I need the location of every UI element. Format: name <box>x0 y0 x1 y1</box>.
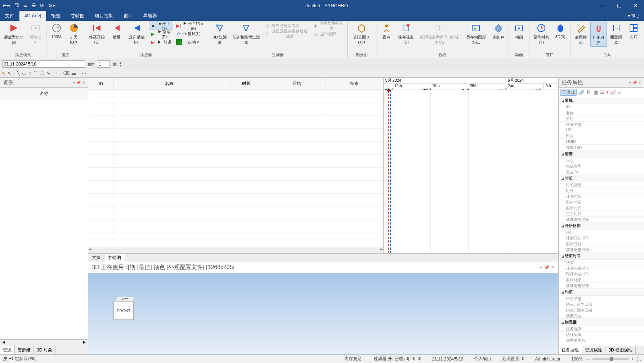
table-row[interactable] <box>88 122 383 129</box>
section-plane-button[interactable]: 剖分面 X (X)▾ <box>350 22 374 45</box>
col-start[interactable]: 开始 <box>268 78 326 90</box>
datetime-input[interactable] <box>2 60 85 68</box>
tab-support[interactable]: 支持 <box>88 254 104 262</box>
prop-item[interactable]: 外部 UID <box>559 145 644 150</box>
prop-item[interactable]: 任务规则 <box>559 326 644 332</box>
props-dropdown-icon[interactable]: ▾ <box>629 81 631 85</box>
prop-group[interactable]: 常规 <box>559 97 644 104</box>
arc-tool-icon[interactable]: ⌒ <box>33 70 38 77</box>
table-row[interactable] <box>88 116 383 122</box>
prop-item[interactable]: 日历 <box>559 116 644 122</box>
task-table-hscroll[interactable]: ◄► <box>88 247 383 253</box>
props-tab-grid-icon[interactable]: ▦ <box>594 90 598 95</box>
3d-filter-button[interactable]: 3D 过滤器 <box>210 22 229 46</box>
print-icon[interactable]: 🖶 <box>31 3 36 8</box>
prop-group[interactable]: 开始日期 <box>559 222 644 230</box>
prop-item[interactable]: GUID <box>559 139 644 145</box>
panel-close-icon[interactable]: ✕ <box>82 81 85 85</box>
prop-item[interactable]: 预期完成 <box>559 313 644 319</box>
auto-button[interactable]: ⬚⬚ 自动 ▾ <box>175 38 206 46</box>
props-close-icon[interactable]: ✕ <box>638 81 641 85</box>
props-tab-chart-icon[interactable]: 📈 <box>610 90 616 95</box>
panel-dropdown-icon[interactable]: ▾ <box>73 81 75 85</box>
tab-4d-review[interactable]: 4D 审阅 <box>19 11 46 21</box>
props-tab-db-icon[interactable]: 🗄 <box>587 90 591 95</box>
table-row[interactable] <box>88 109 383 116</box>
prop-item[interactable]: 计划开始时间 <box>559 235 644 241</box>
stop-button[interactable]: ■■ 停止(T) <box>149 22 173 30</box>
prop-item[interactable]: 时长类型 <box>559 182 644 188</box>
tab-resource-group[interactable]: 资源组 <box>15 346 34 354</box>
props-tab-list-icon[interactable]: ☰ <box>600 90 604 95</box>
table-row[interactable] <box>88 96 383 103</box>
pencil-icon[interactable]: ✎ <box>1 71 5 76</box>
measure-button[interactable]: 测量距离 <box>608 22 624 46</box>
prop-item[interactable]: 计划完成时间 <box>559 266 644 271</box>
refresh-icon[interactable]: ⟳ <box>40 3 44 8</box>
tab-report[interactable]: 报告 <box>46 11 66 21</box>
table-row[interactable] <box>88 135 383 142</box>
zoom-plus-icon[interactable]: + <box>631 357 634 362</box>
3d-dropdown-icon[interactable]: ▾ <box>540 265 542 270</box>
to-end-button[interactable]: ▶|▶ 移至结束(F) <box>175 22 206 30</box>
tab-resource-props[interactable]: 资源属性 <box>582 346 605 354</box>
back-button[interactable]: 后退 <box>109 22 125 41</box>
more-icon[interactable]: ⋯ <box>82 71 86 76</box>
focus-time-button[interactable]: 聚焦时间(T) <box>532 22 551 45</box>
prop-item[interactable]: 任务类型 <box>559 122 644 127</box>
open-icon[interactable]: 🗁▾ <box>3 3 10 8</box>
to-start-button[interactable]: 移至开始(S) <box>86 22 108 45</box>
viewpoint-button[interactable]: 视点 <box>379 22 394 41</box>
save-as-image-button[interactable]: 另存为图形(S)... <box>462 22 489 45</box>
resources-list[interactable] <box>0 100 88 339</box>
layout-button[interactable]: 布局 <box>626 22 641 41</box>
apply-viewpoint-button[interactable]: 应用视点到所有 3D 视图(A) <box>418 22 461 46</box>
table-row[interactable] <box>88 129 383 135</box>
calendar2-icon[interactable]: ▦ <box>113 62 117 67</box>
maximize-button[interactable]: ▢ <box>611 0 627 11</box>
table-row[interactable] <box>88 142 383 148</box>
curve-tool-icon[interactable]: ∿ <box>46 71 50 76</box>
zoom-slider[interactable] <box>592 358 629 360</box>
gantt-chart-body[interactable] <box>384 90 558 253</box>
paint-icon[interactable]: ▬ <box>72 71 76 76</box>
forward-button[interactable]: ▶|▶| 前进 <box>149 38 173 46</box>
prop-item[interactable]: 完成类型 <box>559 163 644 169</box>
prop-item[interactable]: 时长 <box>559 188 644 194</box>
table-row[interactable] <box>88 226 383 232</box>
erase-icon[interactable]: ⌫ <box>63 71 70 76</box>
prop-item[interactable]: 实际时长 <box>559 205 644 211</box>
panel-pin-icon[interactable]: 📌 <box>76 81 81 85</box>
prop-item[interactable]: 约束: 最早日期 <box>559 301 644 307</box>
table-row[interactable] <box>88 181 383 187</box>
prop-item[interactable]: 名称 <box>559 110 644 116</box>
prop-item[interactable]: 约束: 最晚日期 <box>559 307 644 313</box>
prop-item[interactable]: 基准进度时长 <box>559 217 644 222</box>
prop-group[interactable]: 进度 <box>559 150 644 158</box>
table-row[interactable] <box>88 239 383 245</box>
spinner-icon[interactable]: ▴▾ <box>120 61 121 67</box>
spline-tool-icon[interactable]: 〰 <box>53 71 57 76</box>
tab-resource[interactable]: 资源 <box>0 346 15 354</box>
tab-project-control[interactable]: 项目控制 <box>90 11 118 21</box>
props-tab-link-icon[interactable]: 🔗 <box>579 90 585 95</box>
table-row[interactable] <box>88 161 383 168</box>
col-id[interactable]: ID <box>88 78 113 90</box>
3d-viewport[interactable]: TOP FRONT <box>88 273 558 354</box>
prop-group[interactable]: 约束 <box>559 289 644 296</box>
prop-group[interactable]: 结束时间 <box>559 253 644 260</box>
prop-item[interactable]: 完工时长 <box>559 211 644 217</box>
prop-item[interactable]: 开始 <box>559 230 644 235</box>
tab-task-props[interactable]: 任务属性 <box>559 346 582 354</box>
task-table-body[interactable] <box>88 90 383 247</box>
minimize-button[interactable]: — <box>594 0 611 11</box>
prop-item[interactable]: 实际开始 <box>559 241 644 247</box>
3d-close-icon[interactable]: ✕ <box>551 265 555 270</box>
prop-item[interactable]: 基准进度结束... <box>559 283 644 289</box>
save-viewpoint-button[interactable]: 保存视点(S) <box>396 22 416 45</box>
play-button[interactable]: ▶▶ 播放(P) <box>149 30 173 38</box>
tab-gantt-chart[interactable]: 甘特图 <box>104 254 125 262</box>
3d-pin-icon[interactable]: 📌 <box>544 265 549 270</box>
view-cube[interactable]: TOP FRONT <box>113 297 136 326</box>
play-animation-button[interactable]: 播放动画 <box>27 22 44 46</box>
